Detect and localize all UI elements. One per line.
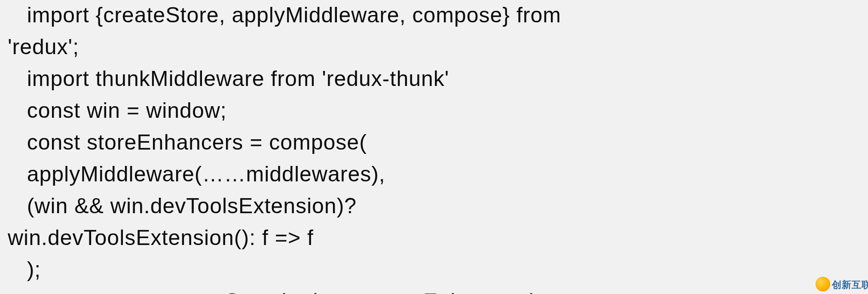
code-line: applyMiddleware(……middlewares), bbox=[8, 162, 385, 186]
code-line: const storeEnhancers = compose( bbox=[8, 130, 367, 154]
code-line: const store = createStore(reducer, store… bbox=[8, 289, 544, 294]
code-block: import {createStore, applyMiddleware, co… bbox=[8, 0, 561, 294]
code-line: import thunkMiddleware from 'redux-thunk… bbox=[8, 67, 449, 91]
watermark-logo-icon bbox=[816, 277, 830, 291]
code-line: import {createStore, applyMiddleware, co… bbox=[8, 3, 561, 27]
code-line: ); bbox=[8, 257, 41, 282]
watermark: 创新互联 bbox=[812, 273, 868, 294]
code-line: (win && win.devToolsExtension)? bbox=[8, 194, 357, 218]
code-line: 'redux'; bbox=[8, 35, 79, 59]
code-line: win.devToolsExtension(): f => f bbox=[8, 226, 314, 250]
watermark-text: 创新互联 bbox=[832, 279, 868, 291]
code-line: const win = window; bbox=[8, 98, 227, 122]
